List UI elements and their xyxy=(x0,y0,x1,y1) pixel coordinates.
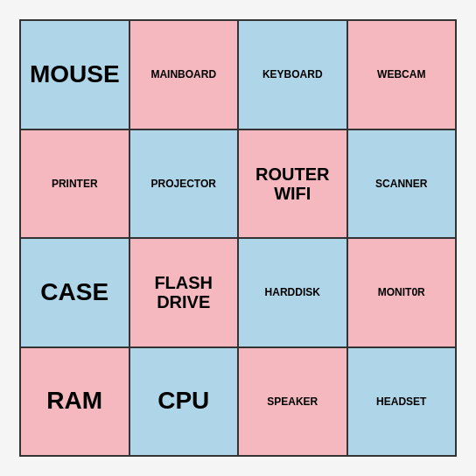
cell-label-ram: RAM xyxy=(46,388,102,415)
cell-mouse: MOUSE xyxy=(21,21,129,129)
cell-label-mouse: MOUSE xyxy=(30,61,120,88)
cell-label-scanner: SCANNER xyxy=(375,178,427,190)
cell-label-webcam: WEBCAM xyxy=(377,68,425,80)
cell-keyboard: KEYBOARD xyxy=(239,21,346,129)
cell-speaker: SPEAKER xyxy=(239,348,346,456)
cell-label-flash-drive: FLASHDRIVE xyxy=(154,273,213,312)
cell-label-speaker: SPEAKER xyxy=(267,396,318,408)
cell-printer: PRINTER xyxy=(21,130,129,238)
cell-monitor: MONIT0R xyxy=(348,239,456,346)
cell-label-headset: HEADSET xyxy=(376,396,426,408)
cell-scanner: SCANNER xyxy=(348,130,456,238)
bingo-board: MOUSEMAINBOARDKEYBOARDWEBCAMPRINTERPROJE… xyxy=(19,19,457,457)
cell-label-case: CASE xyxy=(40,279,108,306)
cell-label-mainboard: MAINBOARD xyxy=(150,68,216,80)
cell-headset: HEADSET xyxy=(348,348,456,456)
cell-label-cpu: CPU xyxy=(158,388,209,415)
cell-label-printer: PRINTER xyxy=(52,178,98,190)
cell-label-harddisk: HARDDISK xyxy=(265,286,320,298)
cell-label-projector: PROJECTOR xyxy=(151,178,216,190)
cell-cpu: CPU xyxy=(130,348,238,456)
cell-harddisk: HARDDISK xyxy=(239,239,346,346)
cell-ram: RAM xyxy=(21,348,129,456)
cell-case: CASE xyxy=(21,239,129,346)
cell-mainboard: MAINBOARD xyxy=(130,21,238,129)
cell-projector: PROJECTOR xyxy=(130,130,238,238)
cell-flash-drive: FLASHDRIVE xyxy=(130,239,238,346)
cell-router-wifi: ROUTERWIFI xyxy=(239,130,346,238)
cell-webcam: WEBCAM xyxy=(348,21,456,129)
cell-label-keyboard: KEYBOARD xyxy=(262,68,323,80)
cell-label-monitor: MONIT0R xyxy=(378,286,425,298)
cell-label-router-wifi: ROUTERWIFI xyxy=(256,164,329,203)
